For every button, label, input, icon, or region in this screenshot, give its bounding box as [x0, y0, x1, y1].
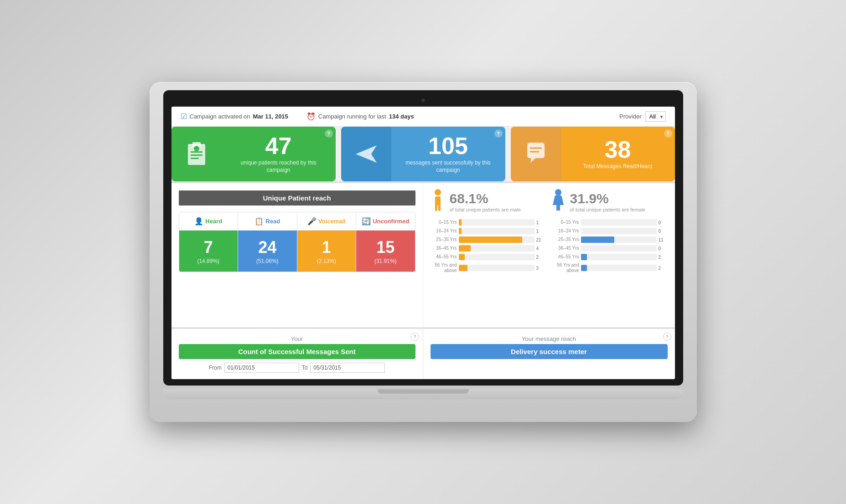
right-panel: 68.1% of total unique patients are male	[423, 183, 675, 327]
unconfirmed-icon: 🔄	[362, 217, 371, 226]
messages-read-info: ? 38 Total Messages Read/Heard	[561, 127, 675, 181]
age-row: 46–55 Yrs2	[431, 254, 545, 260]
age-bar	[581, 237, 614, 243]
divider1	[336, 127, 341, 181]
age-count: 4	[536, 246, 545, 251]
age-label: 25–35 Yrs	[431, 237, 457, 242]
laptop-base	[163, 389, 683, 399]
header-voicemail: 🎤 Voicemail	[297, 212, 357, 230]
stats-row: ? 47 unique patients reached by this cam…	[171, 127, 675, 181]
female-label: of total unique patients are female	[570, 206, 646, 213]
to-label: To	[302, 365, 308, 371]
provider-select-wrapper[interactable]: All	[645, 111, 666, 122]
date-row: From To	[179, 363, 415, 373]
age-row: 16–24 Yrs0	[553, 228, 668, 234]
gender-row: 68.1% of total unique patients are male	[431, 189, 668, 216]
age-bar-container	[459, 254, 535, 260]
campaign-running-label: Campaign running for last	[318, 113, 386, 120]
voicemail-value-cell: 1 (2.13%)	[297, 231, 357, 272]
count-banner: Count of Successful Messages Sent	[179, 344, 415, 359]
date-from-input[interactable]	[224, 363, 299, 373]
help-badge-patients[interactable]: ?	[325, 129, 333, 138]
voicemail-icon: 🎤	[307, 217, 317, 226]
svg-point-5	[194, 146, 199, 151]
response-header: 👤 Heard 📋 Read 🎤 Voicemail	[179, 212, 415, 231]
campaign-activated-label: Campaign activated on	[190, 113, 250, 120]
clock-icon: ⏰	[306, 112, 316, 121]
male-figure-icon	[431, 189, 445, 211]
messages-sent-icon-box	[341, 127, 391, 181]
unconfirmed-value: 15	[376, 238, 394, 257]
age-bar	[581, 245, 582, 252]
provider-select[interactable]: All	[645, 111, 666, 122]
heard-icon: 👤	[194, 217, 203, 226]
age-count: 2	[659, 255, 668, 260]
age-bar	[459, 219, 462, 226]
male-label: of total unique patients are male	[450, 206, 521, 213]
age-bar	[459, 237, 522, 243]
age-count: 2	[659, 266, 668, 271]
clipboard-icon	[184, 139, 209, 169]
svg-rect-10	[435, 205, 437, 211]
unconfirmed-pct: (31.91%)	[374, 258, 397, 264]
age-bar-container	[459, 228, 535, 234]
help-badge-read[interactable]: ?	[664, 129, 672, 138]
age-row: 56 Yrs and above3	[431, 262, 545, 273]
age-row: 46–55 Yrs2	[553, 254, 668, 260]
age-bar-container	[581, 237, 657, 243]
help-badge-sent[interactable]: ?	[494, 129, 503, 138]
header-unconfirmed: 🔄 Unconfirmed	[356, 212, 415, 230]
unique-patients-info: ? 47 unique patients reached by this cam…	[222, 127, 336, 181]
age-count: 11	[659, 237, 668, 242]
heard-value: 7	[204, 238, 213, 257]
speech-bubble-icon	[523, 141, 549, 167]
divider2	[505, 127, 511, 181]
age-bar	[459, 265, 468, 271]
response-values: 7 (14.89%) 24 (51.06%) 1 (2.13%)	[179, 231, 415, 272]
bottom-section: ? Your Count of Successful Messages Sent…	[171, 327, 675, 379]
male-stat: 68.1% of total unique patients are male	[431, 189, 547, 216]
age-row: 0–15 Yrs0	[553, 219, 668, 226]
svg-rect-11	[438, 205, 441, 211]
date-to-input[interactable]	[310, 363, 385, 373]
help-badge-delivery[interactable]: ?	[663, 333, 671, 341]
campaign-date: Mar 11, 2015	[253, 113, 288, 120]
age-count: 3	[536, 266, 545, 271]
charts-row: 0–15 Yrs116–24 Yrs125–35 Yrs2136–45 Yrs4…	[431, 219, 668, 276]
voicemail-value: 1	[322, 238, 331, 257]
age-bar-container	[459, 245, 535, 252]
paper-plane-icon	[354, 142, 379, 166]
age-label: 16–24 Yrs	[553, 228, 579, 234]
voicemail-pct: (2.13%)	[317, 258, 336, 264]
age-bar	[459, 254, 465, 260]
messages-read-icon-box	[511, 127, 561, 181]
age-bar-container	[581, 265, 657, 271]
left-panel: Unique Patient reach 👤 Heard 📋 Read	[171, 183, 423, 327]
age-bar-container	[459, 265, 535, 271]
female-figure-icon	[551, 189, 566, 211]
campaign-running: ⏰ Campaign running for last 134 days	[306, 112, 414, 121]
read-label: Read	[265, 218, 280, 225]
age-row: 25–35 Yrs21	[431, 237, 545, 243]
age-bar	[581, 254, 587, 260]
age-row: 36–45 Yrs0	[553, 245, 668, 252]
age-row: 56 Yrs and above2	[553, 262, 668, 273]
age-label: 36–45 Yrs	[431, 246, 457, 251]
response-table: 👤 Heard 📋 Read 🎤 Voicemail	[179, 212, 415, 272]
female-pct: 31.9%	[570, 191, 646, 206]
stat-messages-sent: ? 105 messages sent successfully by this…	[341, 127, 505, 181]
age-row: 36–45 Yrs4	[431, 245, 545, 252]
provider-filter: Provider All	[619, 111, 665, 122]
unique-patients-number: 47	[265, 134, 292, 158]
header-read: 📋 Read	[238, 212, 297, 230]
age-bar-container	[459, 219, 535, 226]
help-badge-count[interactable]: ?	[411, 333, 419, 341]
age-count: 0	[659, 246, 668, 251]
age-label: 25–35 Yrs	[553, 237, 579, 242]
svg-point-8	[435, 189, 441, 195]
read-icon: 📋	[254, 217, 264, 226]
campaign-days: 134 days	[389, 113, 414, 120]
camera	[421, 98, 425, 102]
age-bar-container	[581, 245, 657, 252]
female-age-chart: 0–15 Yrs016–24 Yrs025–35 Yrs1136–45 Yrs0…	[553, 219, 668, 276]
